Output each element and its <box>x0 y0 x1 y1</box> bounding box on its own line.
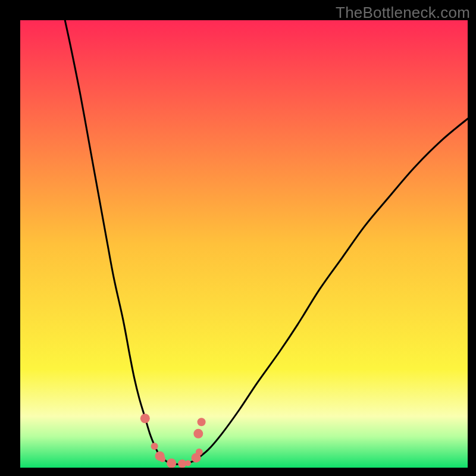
chart-svg <box>20 20 468 468</box>
scatter-point <box>198 418 206 426</box>
scatter-point <box>159 456 165 462</box>
watermark-text: TheBottleneck.com <box>336 4 470 22</box>
scatter-point <box>196 449 203 456</box>
scatter-point <box>151 443 158 450</box>
gradient-background <box>20 20 468 468</box>
plot-area <box>20 20 468 468</box>
scatter-point <box>193 429 203 439</box>
scatter-point <box>140 414 150 423</box>
outer-black-frame: TheBottleneck.com <box>0 0 476 476</box>
scatter-point <box>185 460 191 466</box>
scatter-point <box>167 458 176 468</box>
